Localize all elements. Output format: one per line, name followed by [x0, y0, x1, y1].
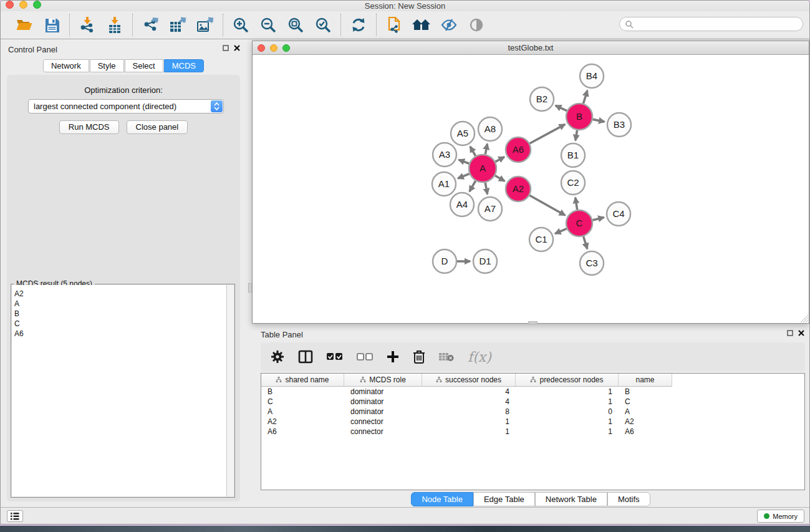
edge-B-B2[interactable] [556, 105, 567, 111]
cell-predecessor-nodes[interactable]: 1 [516, 397, 619, 407]
node-B1[interactable]: B1 [561, 143, 585, 167]
cell-successor-nodes[interactable]: 1 [422, 427, 516, 437]
cell-shared-name[interactable]: A [261, 407, 344, 417]
zoom-window-button[interactable] [282, 44, 290, 52]
cell-name[interactable]: C [619, 397, 672, 407]
cell-name[interactable]: A2 [619, 417, 672, 427]
tab-select[interactable]: Select [125, 59, 163, 72]
show-column-panel-button[interactable] [298, 350, 313, 364]
cell-successor-nodes[interactable]: 1 [422, 417, 516, 427]
edge-A-A8[interactable] [485, 144, 487, 155]
memory-button[interactable]: Memory [757, 510, 804, 523]
hide-annotations-button[interactable] [440, 16, 458, 34]
mcds-result-item[interactable]: A6 [14, 329, 226, 339]
zoom-out-button[interactable] [259, 16, 277, 34]
node-A[interactable]: A [469, 155, 496, 182]
cell-successor-nodes[interactable]: 8 [422, 407, 516, 417]
node-C[interactable]: C [566, 210, 592, 236]
table-row[interactable]: A6connector11A6 [261, 427, 804, 437]
edge-C-C1[interactable] [555, 229, 567, 234]
close-panel-button[interactable]: Close panel [127, 120, 188, 134]
close-window-button[interactable] [6, 1, 14, 9]
cell-mcds-role[interactable]: connector [344, 417, 422, 427]
task-history-button[interactable] [7, 510, 23, 522]
column-header-mcds-role[interactable]: MCDS role [344, 374, 422, 387]
table-row[interactable]: Bdominator41B [261, 387, 804, 397]
column-header-name[interactable]: name [619, 374, 672, 387]
cell-shared-name[interactable]: A6 [261, 427, 344, 437]
tab-motifs[interactable]: Motifs [607, 492, 650, 506]
tab-style[interactable]: Style [90, 59, 124, 72]
import-table-button[interactable] [105, 16, 124, 34]
node-D1[interactable]: D1 [473, 249, 497, 273]
mcds-result-item[interactable]: B [14, 309, 226, 319]
node-A1[interactable]: A1 [432, 172, 456, 196]
main-titlebar[interactable]: Session: New Session [1, 1, 809, 11]
run-mcds-button[interactable]: Run MCDS [59, 120, 119, 134]
float-panel-icon[interactable] [787, 330, 793, 336]
cell-shared-name[interactable]: A2 [261, 417, 344, 427]
cell-name[interactable]: B [619, 387, 672, 397]
save-session-button[interactable] [42, 16, 61, 34]
cell-successor-nodes[interactable]: 4 [422, 397, 516, 407]
column-header-successor-nodes[interactable]: successor nodes [422, 374, 516, 387]
tab-node-table[interactable]: Node Table [411, 492, 473, 506]
edge-A-A3[interactable] [459, 160, 470, 163]
node-table[interactable]: shared nameMCDS rolesuccessor nodesprede… [261, 373, 805, 490]
edge-C-C3[interactable] [584, 236, 587, 249]
zoom-fit-button[interactable] [286, 16, 305, 34]
zoom-selected-button[interactable] [314, 16, 332, 34]
edge-A-A5[interactable] [470, 147, 476, 156]
delete-column-button[interactable] [413, 350, 425, 364]
close-window-button[interactable] [258, 44, 265, 52]
cell-successor-nodes[interactable]: 4 [422, 387, 516, 397]
cell-predecessor-nodes[interactable]: 0 [516, 407, 619, 417]
edge-A6-B[interactable] [529, 124, 565, 143]
edge-A-A7[interactable] [485, 183, 487, 195]
edge-A-A2[interactable] [495, 176, 504, 181]
close-panel-icon[interactable] [234, 45, 240, 51]
table-row[interactable]: A2connector11A2 [261, 417, 804, 427]
node-C1[interactable]: C1 [529, 228, 553, 251]
node-A4[interactable]: A4 [450, 193, 474, 216]
duplicate-network-button[interactable] [385, 16, 403, 34]
cell-predecessor-nodes[interactable]: 1 [516, 417, 619, 427]
show-graphics-details-button[interactable] [467, 16, 486, 34]
cell-mcds-role[interactable]: connector [344, 427, 422, 437]
table-row[interactable]: Cdominator41C [261, 397, 804, 407]
cell-name[interactable]: A6 [619, 427, 672, 437]
edge-B-B1[interactable] [576, 130, 577, 141]
optimization-criterion-select[interactable]: largest connected component (directed) [28, 99, 224, 114]
tab-network-table[interactable]: Network Table [535, 492, 607, 506]
node-C2[interactable]: C2 [561, 171, 585, 195]
tab-edge-table[interactable]: Edge Table [473, 492, 535, 506]
edge-B-B4[interactable] [583, 90, 587, 104]
export-table-button[interactable] [168, 16, 187, 34]
node-A6[interactable]: A6 [506, 137, 531, 162]
window-resize-grip[interactable] [801, 315, 809, 323]
cell-mcds-role[interactable]: dominator [344, 407, 422, 417]
create-column-button[interactable] [387, 351, 399, 363]
zoom-window-button[interactable] [33, 1, 41, 9]
open-session-button[interactable] [15, 16, 34, 34]
network-graph[interactable]: B4B2BB3B1A5A8A6A3AA1A2C2A4A7CC4C1C3DD1 [253, 55, 809, 323]
export-image-button[interactable] [196, 16, 215, 34]
tab-mcds[interactable]: MCDS [164, 59, 204, 72]
cell-predecessor-nodes[interactable]: 1 [516, 427, 619, 437]
cell-shared-name[interactable]: B [261, 387, 344, 397]
node-C4[interactable]: C4 [607, 202, 630, 226]
node-A8[interactable]: A8 [478, 117, 502, 141]
node-A3[interactable]: A3 [433, 143, 456, 167]
cell-predecessor-nodes[interactable]: 1 [516, 387, 619, 397]
home-button[interactable] [412, 16, 431, 34]
mcds-result-item[interactable]: A2 [14, 289, 226, 299]
zoom-in-button[interactable] [231, 16, 250, 34]
edge-A-A4[interactable] [470, 181, 476, 191]
minimize-window-button[interactable] [270, 44, 277, 52]
table-settings-button[interactable] [271, 350, 284, 364]
cell-mcds-role[interactable]: dominator [344, 397, 422, 407]
node-B[interactable]: B [566, 104, 592, 130]
mcds-result-list[interactable]: A2ABCA6 [12, 285, 226, 496]
tab-network[interactable]: Network [43, 59, 89, 72]
node-A7[interactable]: A7 [478, 197, 502, 221]
